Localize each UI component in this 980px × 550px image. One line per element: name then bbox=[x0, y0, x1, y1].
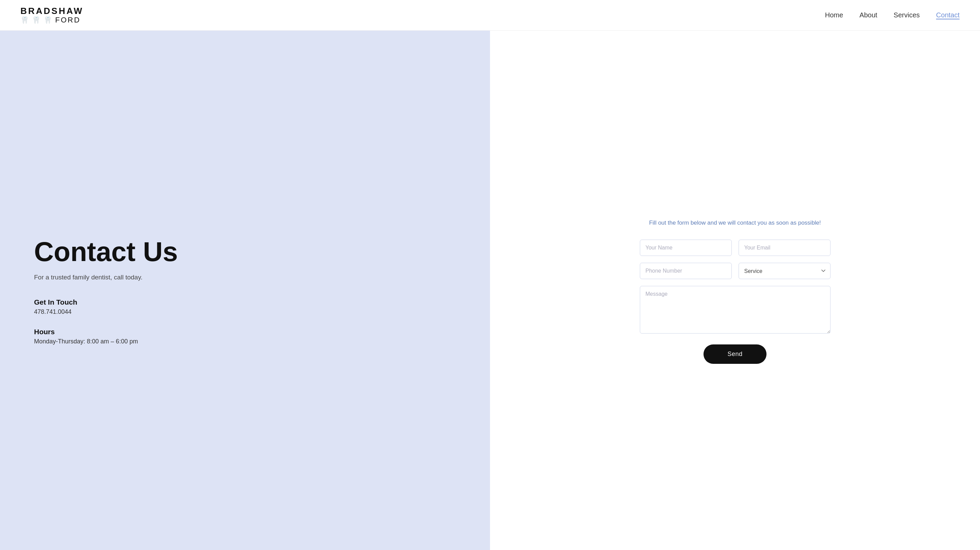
nav-services[interactable]: Services bbox=[894, 11, 920, 19]
send-button[interactable]: Send bbox=[703, 345, 766, 364]
header: BRADSHAW 🦷 🦷 🦷 FORD Home About Services … bbox=[0, 0, 980, 31]
get-in-touch-label: Get In Touch bbox=[34, 298, 463, 306]
right-panel: Fill out the form below and we will cont… bbox=[490, 31, 980, 550]
tooth-icon-2: 🦷 bbox=[32, 17, 41, 24]
nav-home[interactable]: Home bbox=[825, 11, 843, 19]
logo: BRADSHAW 🦷 🦷 🦷 FORD bbox=[21, 6, 83, 24]
name-input[interactable] bbox=[640, 240, 732, 256]
nav-contact[interactable]: Contact bbox=[936, 11, 959, 19]
main-nav: Home About Services Contact bbox=[825, 11, 959, 19]
form-row-name-email bbox=[640, 240, 830, 256]
contact-form: Service Cleaning Whitening Braces Implan… bbox=[640, 240, 830, 364]
phone-number: 478.741.0044 bbox=[34, 308, 463, 315]
get-in-touch-section: Get In Touch 478.741.0044 bbox=[34, 298, 463, 328]
logo-bottom: 🦷 🦷 🦷 FORD bbox=[21, 16, 83, 24]
tooth-icon-3: 🦷 bbox=[44, 17, 53, 24]
contact-subtext: For a trusted family dentist, call today… bbox=[34, 273, 463, 281]
contact-heading: Contact Us bbox=[34, 237, 463, 267]
nav-about[interactable]: About bbox=[859, 11, 877, 19]
phone-input[interactable] bbox=[640, 263, 732, 279]
contact-form-container: Fill out the form below and we will cont… bbox=[640, 218, 830, 364]
form-row-phone-service: Service Cleaning Whitening Braces Implan… bbox=[640, 263, 830, 279]
send-btn-wrapper: Send bbox=[640, 345, 830, 364]
hours-text: Monday-Thursday: 8:00 am – 6:00 pm bbox=[34, 338, 463, 345]
left-panel: Contact Us For a trusted family dentist,… bbox=[0, 31, 490, 550]
service-select[interactable]: Service Cleaning Whitening Braces Implan… bbox=[738, 263, 830, 279]
hours-label: Hours bbox=[34, 328, 463, 336]
hours-section: Hours Monday-Thursday: 8:00 am – 6:00 pm bbox=[34, 328, 463, 345]
logo-top: BRADSHAW bbox=[21, 6, 83, 16]
email-input[interactable] bbox=[738, 240, 830, 256]
main-layout: Contact Us For a trusted family dentist,… bbox=[0, 31, 980, 550]
tooth-icon-1: 🦷 bbox=[21, 17, 30, 24]
message-textarea[interactable] bbox=[640, 286, 830, 334]
logo-ford: FORD bbox=[55, 16, 80, 24]
form-description: Fill out the form below and we will cont… bbox=[640, 218, 830, 227]
